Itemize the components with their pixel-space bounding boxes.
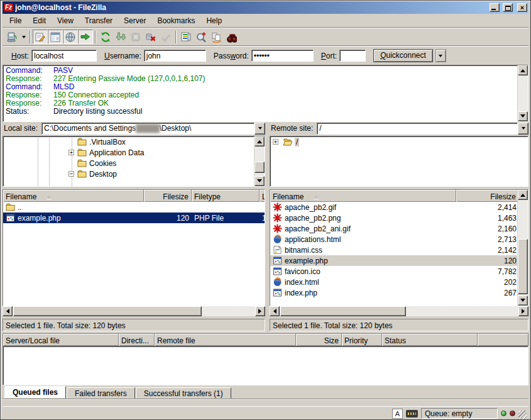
toggle-transfer-queue-button[interactable] <box>78 30 93 44</box>
message-log-scrollbar[interactable] <box>517 65 528 121</box>
column-header-filesize[interactable]: Filesize <box>144 190 192 202</box>
site-manager-dropdown[interactable] <box>19 30 28 44</box>
local-directory-tree[interactable]: .VirtualBox+Application DataCookies−Desk… <box>3 136 265 187</box>
file-row[interactable]: index.html202 <box>270 277 528 287</box>
queue-list[interactable] <box>3 346 528 385</box>
find-files-button[interactable] <box>224 30 239 44</box>
tab-failed-transfers[interactable]: Failed transfers <box>67 387 135 399</box>
file-row[interactable]: bitnami.css2,142 <box>270 245 528 255</box>
file-row[interactable]: example.php120 <box>270 255 528 266</box>
scroll-right-button[interactable] <box>518 306 528 316</box>
port-field[interactable] <box>339 50 366 62</box>
resize-grip[interactable] <box>518 411 527 419</box>
sync-browsing-button[interactable] <box>209 30 224 44</box>
scroll-thumb[interactable] <box>13 306 202 316</box>
queue-column-status[interactable]: Status <box>382 334 478 346</box>
reconnect-button[interactable] <box>158 30 173 44</box>
maximize-button[interactable] <box>503 3 513 12</box>
menu-bookmarks[interactable]: Bookmarks <box>151 15 200 26</box>
expand-toggle[interactable]: + <box>273 139 278 145</box>
column-header-filename[interactable]: Filename <box>3 190 144 202</box>
local-tree-scrollbar[interactable] <box>254 136 265 186</box>
collapse-toggle[interactable]: − <box>68 171 74 177</box>
scroll-up-button[interactable] <box>255 136 265 146</box>
scroll-left-button[interactable] <box>270 306 280 316</box>
minimize-button[interactable] <box>490 3 500 12</box>
scroll-down-button[interactable] <box>518 111 528 121</box>
tab-successful-transfers-[interactable]: Successful transfers (1) <box>136 387 231 399</box>
column-header-filetype[interactable]: Filetype <box>192 190 260 202</box>
remote-list-scrollbar[interactable] <box>517 190 528 306</box>
file-row[interactable]: apache_pb2.gif2,414 <box>270 202 528 213</box>
column-header-l[interactable]: L <box>260 190 265 202</box>
scroll-down-button[interactable] <box>255 176 265 186</box>
file-row[interactable]: .. <box>3 202 265 213</box>
file-row[interactable]: favicon.ico7,782 <box>270 266 528 277</box>
file-row[interactable]: index.php267 <box>270 287 528 298</box>
compare-directories-button[interactable] <box>194 30 209 44</box>
file-cell: 7,782 <box>456 266 519 277</box>
scroll-up-button[interactable] <box>518 65 528 75</box>
toggle-local-tree-button[interactable] <box>48 30 63 44</box>
scroll-up-button[interactable] <box>518 190 528 200</box>
file-row[interactable]: applications.html2,713 <box>270 234 528 245</box>
remote-horizontal-scrollbar[interactable] <box>270 306 528 316</box>
column-header-filesize[interactable]: Filesize <box>456 190 519 202</box>
file-row[interactable]: example.php120PHP File1 <box>3 213 265 223</box>
scroll-right-button[interactable] <box>255 306 265 316</box>
remote-site-combobox[interactable]: / <box>317 123 518 135</box>
cancel-operation-button[interactable] <box>128 30 143 44</box>
scroll-left-button[interactable] <box>3 306 13 316</box>
toggle-message-log-button[interactable] <box>33 30 48 44</box>
pane-splitter[interactable] <box>265 122 270 329</box>
scroll-thumb[interactable] <box>280 306 406 316</box>
expand-toggle[interactable]: + <box>68 150 74 155</box>
tab-queued-files[interactable]: Queued files <box>4 386 66 399</box>
tree-item[interactable]: +/ <box>270 136 528 147</box>
refresh-button[interactable] <box>98 30 113 44</box>
site-manager-button[interactable] <box>4 30 19 44</box>
remote-directory-tree[interactable]: +/ <box>270 136 528 187</box>
find-files-icon <box>226 31 237 43</box>
menu-transfer[interactable]: Transfer <box>79 15 118 26</box>
statusbar-spacer <box>3 399 528 406</box>
queue-column-priority[interactable]: Priority <box>342 334 382 346</box>
host-field[interactable]: localhost <box>31 50 97 62</box>
menu-server[interactable]: Server <box>118 15 151 26</box>
quickconnect-button[interactable]: Quickconnect <box>373 49 433 62</box>
close-button[interactable]: × <box>517 3 527 12</box>
column-header-filename[interactable]: Filename <box>270 190 456 202</box>
queue-column-size[interactable]: Size <box>296 334 342 346</box>
queue-splitter[interactable] <box>3 329 528 333</box>
tree-item[interactable]: −Desktop <box>3 169 265 179</box>
local-site-dropdown[interactable] <box>255 123 265 135</box>
file-row[interactable]: apache_pb2_ani.gif2,160 <box>270 223 528 234</box>
status-bar: A Queue: empty <box>3 406 528 420</box>
username-field[interactable]: john <box>144 50 206 62</box>
password-field[interactable]: •••••• <box>251 50 314 62</box>
local-horizontal-scrollbar[interactable] <box>3 306 265 316</box>
file-cell: 120 <box>456 255 519 266</box>
directory-filter-button[interactable] <box>178 30 194 44</box>
local-site-combobox[interactable]: C:\Documents and Settings█████\Desktop\ <box>41 123 255 135</box>
php-file-icon <box>273 256 282 265</box>
menu-edit[interactable]: Edit <box>27 15 52 26</box>
queue-column-remotefile[interactable]: Remote file <box>155 334 296 346</box>
tree-item[interactable]: Cookies <box>3 158 265 169</box>
remote-site-dropdown[interactable] <box>518 123 528 135</box>
scroll-down-button[interactable] <box>518 296 528 306</box>
disconnect-button[interactable] <box>143 30 158 44</box>
scroll-thumb[interactable] <box>255 162 265 173</box>
menu-view[interactable]: View <box>52 15 79 26</box>
tree-item[interactable]: +Application Data <box>3 147 265 158</box>
quickconnect-dropdown[interactable] <box>435 49 446 62</box>
queue-column-directi[interactable]: Directi... <box>119 334 155 346</box>
process-queue-button[interactable] <box>113 30 128 44</box>
menu-file[interactable]: File <box>4 15 27 26</box>
file-row[interactable]: apache_pb2.png1,463 <box>270 213 528 223</box>
scroll-thumb[interactable] <box>518 239 528 294</box>
toggle-remote-tree-button[interactable] <box>63 30 78 44</box>
menu-help[interactable]: Help <box>200 15 227 26</box>
tree-item[interactable]: .VirtualBox <box>3 136 265 147</box>
queue-column-serverlocalfile[interactable]: Server/Local file <box>3 334 119 346</box>
